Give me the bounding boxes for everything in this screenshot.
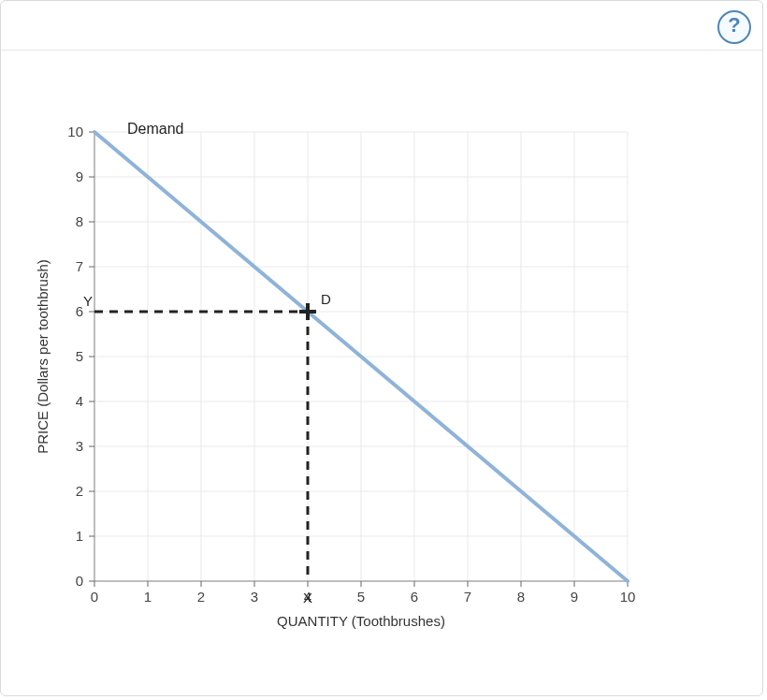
svg-text:7: 7 [76, 258, 83, 274]
svg-text:8: 8 [517, 589, 525, 605]
svg-text:2: 2 [76, 483, 83, 499]
svg-text:8: 8 [76, 213, 83, 229]
svg-text:4: 4 [76, 393, 83, 409]
svg-text:X: X [303, 590, 312, 605]
svg-text:QUANTITY (Toothbrushes): QUANTITY (Toothbrushes) [277, 613, 445, 629]
chart-card: ? 012345678910012345678910QUANTITY (Toot… [0, 0, 763, 696]
svg-text:6: 6 [411, 589, 418, 605]
svg-text:7: 7 [464, 589, 471, 605]
svg-text:0: 0 [76, 573, 83, 589]
svg-text:1: 1 [144, 589, 152, 605]
svg-text:10: 10 [620, 589, 636, 605]
svg-text:PRICE (Dollars per toothbrush): PRICE (Dollars per toothbrush) [35, 259, 51, 454]
svg-text:9: 9 [76, 168, 83, 184]
demand-chart[interactable]: 012345678910012345678910QUANTITY (Toothb… [20, 85, 749, 684]
card-header: ? [1, 1, 762, 51]
svg-text:2: 2 [197, 589, 205, 605]
svg-text:9: 9 [571, 589, 578, 605]
chart-svg: 012345678910012345678910QUANTITY (Toothb… [20, 85, 749, 684]
svg-text:6: 6 [76, 303, 83, 319]
svg-text:1: 1 [76, 528, 83, 544]
svg-text:Demand: Demand [127, 121, 183, 137]
svg-text:5: 5 [76, 348, 83, 364]
help-icon[interactable]: ? [717, 10, 751, 44]
svg-text:Y: Y [83, 293, 93, 309]
svg-text:D: D [321, 291, 331, 307]
svg-text:5: 5 [357, 589, 365, 605]
svg-text:3: 3 [76, 438, 83, 454]
svg-text:0: 0 [91, 589, 98, 605]
svg-text:3: 3 [251, 589, 258, 605]
svg-text:10: 10 [67, 124, 83, 139]
